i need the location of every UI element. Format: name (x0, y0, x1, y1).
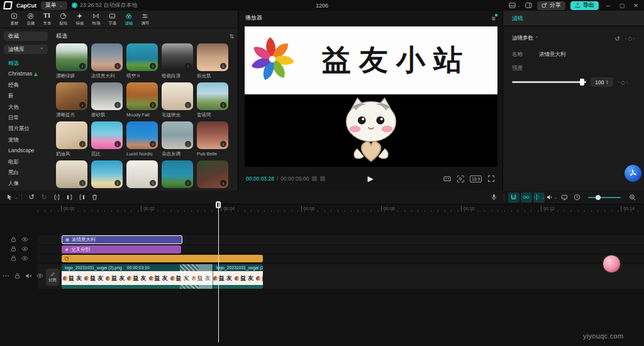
lock-icon[interactable] (10, 255, 17, 262)
split-button[interactable] (51, 193, 62, 203)
ratio-button[interactable]: 16:9 (470, 176, 482, 182)
filter-thumbnail[interactable]: ↓ (162, 121, 193, 149)
prev-keyframe-icon[interactable]: ‹ (618, 79, 619, 85)
download-icon[interactable]: ↓ (150, 63, 156, 69)
ribbon-tool-sticker[interactable]: 贴纸 (55, 13, 71, 26)
download-icon[interactable]: ↓ (150, 180, 156, 186)
strength-value-box[interactable]: 100 ▲▼ (591, 77, 613, 87)
filter-thumbnail[interactable]: ↓ (162, 43, 193, 71)
filter-thumbnail[interactable]: ↓ (91, 160, 123, 188)
record-audio-button[interactable] (489, 193, 500, 203)
download-icon[interactable]: ↓ (114, 102, 121, 108)
track-volume-toggle[interactable]: ⌄ (546, 193, 557, 203)
export-button[interactable]: 导出 (570, 1, 599, 10)
filter-thumbnail[interactable]: ↓ (126, 121, 158, 149)
ribbon-tool-venn[interactable]: 滤镜 (121, 13, 136, 26)
layout-switch-icon[interactable]: ⌄ (509, 2, 520, 9)
filter-thumbnail[interactable]: ↓ (126, 82, 158, 110)
keyframe-icon[interactable]: ◇ (621, 79, 625, 86)
sidebar-item[interactable]: 宠物 (4, 135, 48, 145)
strength-slider[interactable] (512, 81, 586, 83)
device-preview-button[interactable] (558, 193, 570, 203)
filter-clip[interactable]: 浓情意大利 (62, 235, 182, 244)
filter-thumbnail[interactable]: ↓ (197, 121, 228, 149)
zoom-slider-handle[interactable] (596, 195, 601, 200)
timer-button[interactable] (571, 193, 582, 203)
share-button[interactable]: 分享 (537, 1, 565, 10)
download-icon[interactable]: ↓ (220, 63, 226, 69)
magnet-toggle[interactable] (508, 193, 519, 203)
close-button[interactable]: ✕ (631, 3, 640, 9)
floating-assistant-button[interactable] (625, 165, 641, 182)
ribbon-tool-transitions[interactable]: 转场 (88, 13, 104, 26)
lock-icon[interactable] (10, 245, 17, 252)
filter-thumbnail[interactable]: ↓ (91, 121, 123, 149)
stepper-icon[interactable]: ▲▼ (606, 80, 608, 85)
filter-params-header[interactable]: 滤镜参数 ⌃ (512, 35, 538, 42)
download-icon[interactable]: ↓ (185, 63, 191, 69)
eye-icon[interactable] (21, 255, 28, 262)
ribbon-tool-audio[interactable]: 音频 (23, 13, 38, 26)
download-icon[interactable]: ↓ (114, 180, 121, 186)
filter-thumbnail[interactable]: ↓ (56, 43, 87, 71)
undo-button[interactable]: ↺ (26, 193, 37, 203)
effect-clip[interactable]: 交叉分割 (62, 245, 181, 254)
download-icon[interactable]: ↓ (185, 141, 191, 147)
lock-icon[interactable] (14, 272, 21, 279)
next-keyframe-icon[interactable]: › (626, 79, 628, 85)
download-icon[interactable]: ↓ (114, 63, 121, 69)
cover-edit-button[interactable]: 封面 (46, 269, 59, 286)
link-toggle[interactable] (521, 193, 532, 203)
playhead-handle[interactable] (216, 201, 221, 208)
trim-left-button[interactable] (64, 193, 75, 203)
download-icon[interactable]: ↓ (79, 102, 86, 108)
prev-keyframe-icon[interactable]: ‹ (625, 36, 627, 42)
preview-option-icon-2[interactable] (320, 176, 325, 181)
keyframe-icon[interactable]: ◇ (628, 35, 632, 42)
ribbon-tool-captions[interactable]: 字幕 (104, 13, 120, 26)
snapshot-icon[interactable] (457, 175, 464, 182)
tab-filter[interactable]: 滤镜 (512, 14, 523, 23)
filter-thumbnail[interactable]: ↓ (56, 121, 87, 149)
select-tool[interactable]: ⌄ (6, 193, 18, 203)
sticker-clip[interactable] (62, 255, 263, 262)
filter-thumbnail[interactable]: ↓ (162, 82, 193, 110)
download-icon[interactable]: ↓ (114, 141, 121, 147)
download-icon[interactable]: ↓ (150, 141, 156, 147)
preview-option-icon-1[interactable] (312, 176, 317, 181)
download-icon[interactable]: ↓ (185, 180, 191, 186)
ribbon-tool-fx[interactable]: 特效 (72, 13, 87, 26)
mute-icon[interactable] (25, 272, 32, 279)
sidebar-item[interactable]: 黑白 (4, 167, 48, 178)
sidebar-item[interactable]: Landscape (4, 145, 48, 156)
reset-button[interactable]: ↺ (614, 35, 619, 42)
filter-thumbnail[interactable]: ↓ (126, 160, 158, 188)
slider-handle[interactable] (580, 79, 584, 86)
preview-canvas[interactable]: 益友小站 (245, 26, 497, 167)
ribbon-tool-media[interactable]: 素材 (6, 13, 22, 26)
dots-icon[interactable] (3, 272, 9, 279)
download-icon[interactable]: ↓ (79, 63, 86, 69)
maximize-button[interactable]: ▢ (618, 3, 626, 9)
panel-toggle-icon[interactable] (525, 2, 532, 9)
playhead-line[interactable] (218, 202, 219, 342)
video-track[interactable]: logo_20231031_uugai (2).png 00:00:03:10 … (62, 264, 263, 289)
player-menu-icon[interactable]: ≡ (492, 14, 496, 22)
lock-icon[interactable] (10, 236, 17, 243)
timeline-ruler[interactable]: 00:0000:0200:0400:0600:0800:1000:1200:14 (0, 204, 644, 213)
filter-thumbnail[interactable]: ↓ (162, 160, 193, 188)
sidebar-item[interactable]: 精选 (4, 58, 48, 69)
filter-thumbnail[interactable]: ↓ (56, 160, 87, 188)
filter-thumbnail[interactable]: ↓ (197, 160, 228, 188)
delete-button[interactable] (89, 193, 100, 203)
sort-icon[interactable]: ⇅ (229, 33, 234, 40)
next-keyframe-icon[interactable]: › (633, 36, 635, 42)
sidebar-item[interactable]: 经典 (4, 80, 48, 91)
ribbon-tool-textT[interactable]: TI文本 (39, 13, 55, 26)
floating-avatar[interactable] (602, 255, 621, 273)
sidebar-item[interactable]: 电影 (4, 157, 48, 167)
eye-icon[interactable] (21, 236, 28, 243)
download-icon[interactable]: ↓ (220, 102, 226, 108)
sidebar-item[interactable]: 照片展位 (4, 123, 48, 134)
minimize-button[interactable]: ─ (604, 3, 613, 9)
